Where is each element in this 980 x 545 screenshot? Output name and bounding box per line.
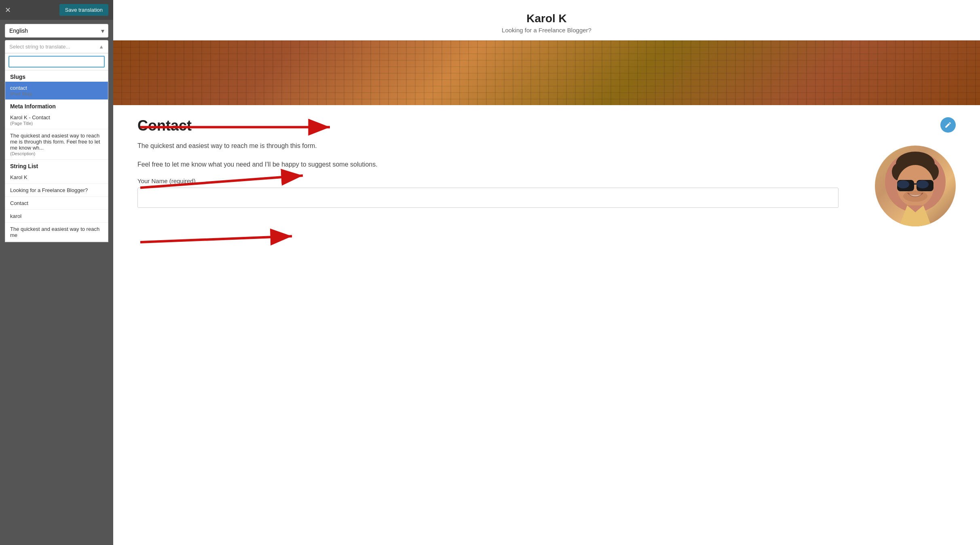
item-value: Contact <box>10 200 103 206</box>
avatar-image <box>875 146 956 226</box>
string-select-wrapper: Select string to translate... ▲ <box>0 40 113 53</box>
dropdown-list: Slugs contact (Post Slug) Meta Informati… <box>5 70 108 242</box>
name-input[interactable] <box>137 188 838 208</box>
content-left: Contact The quickest and easiest way to … <box>137 117 838 226</box>
page-content: Contact The quickest and easiest way to … <box>113 105 980 239</box>
item-value: contact <box>10 85 103 91</box>
hero-image <box>113 40 980 105</box>
item-value: The quickest and easiest way to reach me <box>10 226 103 238</box>
group-header-slugs: Slugs <box>5 70 108 82</box>
dropdown-search <box>5 53 108 70</box>
dropdown-item-page-title[interactable]: Karol K - Contact (Page Title) <box>5 111 108 129</box>
item-sub: (Description) <box>10 151 103 156</box>
dropdown-item-freelance[interactable]: Looking for a Freelance Blogger? <box>5 184 108 197</box>
item-value: karol <box>10 213 103 219</box>
edit-icon-button[interactable] <box>940 117 956 133</box>
avatar <box>875 146 956 226</box>
top-bar: ✕ Save translation <box>0 0 113 20</box>
save-translation-button[interactable]: Save translation <box>59 4 108 16</box>
search-input[interactable] <box>8 56 105 68</box>
pencil-icon <box>944 121 952 129</box>
item-value: Karol K - Contact <box>10 114 103 120</box>
language-select[interactable]: English French German Spanish <box>5 24 108 38</box>
string-select-display[interactable]: Select string to translate... ▲ <box>5 40 108 53</box>
form-label: Your Name (required) <box>137 177 838 184</box>
item-value: Looking for a Freelance Blogger? <box>10 187 103 193</box>
site-subtitle: Looking for a Freelance Blogger? <box>121 27 972 34</box>
language-selector-wrapper: English French German Spanish <box>0 20 113 40</box>
right-panel-wrapper: Karol K Looking for a Freelance Blogger?… <box>113 0 980 545</box>
item-value: Karol K <box>10 174 103 180</box>
site-header: Karol K Looking for a Freelance Blogger? <box>113 0 980 40</box>
svg-point-9 <box>917 180 929 188</box>
dropdown-item-description[interactable]: The quickest and easiest way to reach me… <box>5 129 108 160</box>
chevron-up-icon: ▲ <box>99 44 104 50</box>
item-value: The quickest and easiest way to reach me… <box>10 133 103 151</box>
item-sub: (Page Title) <box>10 121 103 126</box>
dropdown-item-contact-string[interactable]: Contact <box>5 197 108 210</box>
site-title: Karol K <box>121 12 972 25</box>
group-header-string-list: String List <box>5 160 108 171</box>
paragraph-1: The quickest and easiest way to reach me… <box>137 141 838 151</box>
paragraph-2: Feel free to let me know what you need a… <box>137 159 838 170</box>
svg-point-8 <box>897 180 909 188</box>
group-header-meta: Meta Information <box>5 100 108 111</box>
svg-point-10 <box>903 190 927 202</box>
dropdown-item-quickest[interactable]: The quickest and easiest way to reach me <box>5 223 108 242</box>
dropdown-item-contact-slug[interactable]: contact (Post Slug) <box>5 82 108 100</box>
close-button[interactable]: ✕ <box>5 6 11 14</box>
right-panel: Karol K Looking for a Freelance Blogger?… <box>113 0 980 239</box>
dropdown-item-karol[interactable]: karol <box>5 210 108 223</box>
page-heading: Contact <box>137 117 838 134</box>
content-right <box>851 117 956 226</box>
item-sub: (Post Slug) <box>10 91 103 96</box>
string-select-placeholder: Select string to translate... <box>9 44 70 50</box>
dropdown-item-karol-k[interactable]: Karol K <box>5 171 108 184</box>
translation-panel: ✕ Save translation English French German… <box>0 0 113 545</box>
dropdown-open: Slugs contact (Post Slug) Meta Informati… <box>5 53 108 242</box>
language-select-wrapper: English French German Spanish <box>5 24 108 38</box>
